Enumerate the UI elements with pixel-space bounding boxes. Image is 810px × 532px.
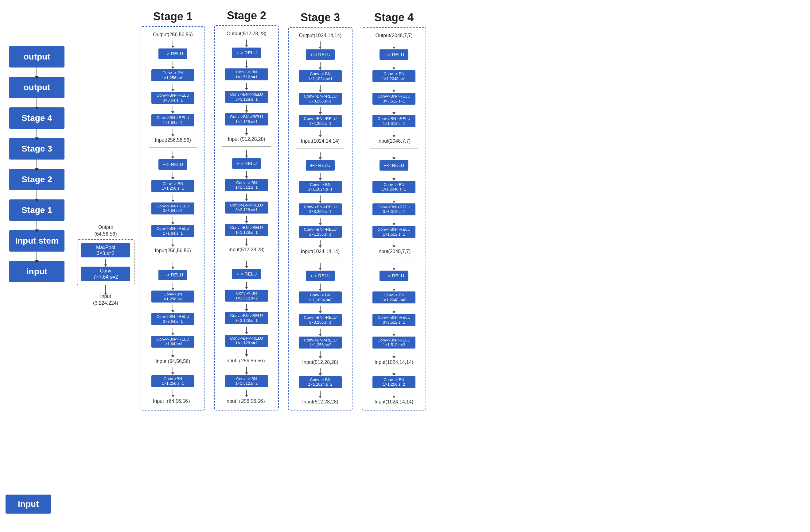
s2-conv-bn-relu-3c: Conv->BN->RELU1×1,128,s=1	[225, 113, 268, 125]
s2-arr	[246, 61, 247, 66]
s1-base-input: Input（64,56,56）	[153, 398, 193, 405]
s3-arr	[320, 368, 321, 374]
s3-conv-bn-relu-1b: Conv->BN->RELU3×3,256,s=1	[299, 314, 342, 326]
s2-conv-bn-relu-3b: Conv->BN->RELU3×3,128,s=1	[225, 91, 268, 103]
stem-conv-block: Conv7×7,64,s=2	[81, 267, 130, 281]
s1-relu2: +-> RELU	[159, 159, 188, 170]
s4-conv-bn-3a: Conv -> BN1×1,2048,s=1	[372, 70, 416, 82]
s4-conv-bn-relu-3b: Conv->BN->RELU3×3,512,s=1	[372, 93, 416, 105]
s2-arr	[246, 194, 247, 199]
s3-arr	[320, 62, 321, 68]
s2-arr	[246, 261, 247, 266]
s4-arr	[394, 390, 394, 396]
s1-arr	[173, 389, 173, 395]
s2-in1-label: Input（256,56,56）	[225, 358, 268, 364]
s3-conv-bn-relu-1c: Conv->BN->RELU1×1,256,s=2	[299, 336, 342, 349]
s4-relu2: +-> RELU	[379, 160, 409, 170]
stem-output-label: Output	[98, 225, 113, 230]
stage2-box: Output(512,28,28) +-> RELU Conv -> BN1×1…	[214, 25, 279, 411]
s4-arr	[394, 283, 394, 289]
s3-in3-label: Input(1024,14,14)	[301, 138, 340, 144]
s4-out-label: Output(2048,7,7)	[375, 33, 413, 38]
s1-arr	[173, 239, 173, 245]
s4-conv-bn-relu-2c: Conv->BN->RELU1×1,512,s=1	[372, 226, 416, 238]
stage4-wrapper: Stage 4 Output(2048,7,7) +-> RELU Conv -…	[362, 11, 426, 411]
s4-arr	[394, 329, 394, 334]
s1-conv-bn-relu-1b: Conv->BN->RELU3×3,64,s=1	[151, 313, 194, 325]
s3-arr	[320, 85, 321, 90]
s2-relu1: +-> RELU	[232, 269, 261, 279]
s3-arr	[320, 329, 321, 334]
s3-conv-bn-1a: Conv -> BN1×1,1024,s=2	[299, 292, 342, 303]
s3-arr	[320, 263, 321, 268]
s4-conv-bn-1a: Conv -> BN1×1,2048,s=2	[372, 292, 416, 303]
s3-conv-bn-relu-2c: Conv->BN->RELU1×1,256,s=1	[299, 226, 342, 238]
s3-proj-block: Conv -> BN1×1,1024,s=2	[299, 376, 342, 388]
s4-arr	[394, 107, 394, 113]
s4-arr	[394, 173, 394, 179]
s4-arr	[394, 196, 394, 201]
s3-conv-bn-2a: Conv -> BN1×1,1024,s=1	[299, 181, 342, 193]
s1-conv-bn-relu-3b: Conv->BN->RELU3×3,64,s=1	[151, 92, 194, 104]
s3-conv-bn-relu-3c: Conv->BN->RELU1×1,256,s=1	[299, 115, 342, 127]
stem-input-dims: (3,224,224)	[93, 300, 118, 306]
stage2-wrapper: Stage 2 Output(512,28,28) +-> RELU Conv …	[214, 9, 279, 411]
s2-arr	[246, 238, 247, 244]
arrow	[36, 252, 37, 261]
s2-in3-label: Input (512,28,28)	[228, 136, 265, 142]
s2-arr	[246, 282, 247, 287]
s2-conv-bn-relu-2b: Conv->BN->RELU3×3,128,s=1	[225, 202, 268, 214]
s1-in2-label: Input(256,56,56)	[155, 248, 191, 253]
s2-relu3: +-> RELU	[232, 48, 261, 58]
s1-arr	[173, 262, 173, 267]
s1-arr	[173, 151, 173, 157]
s2-arr	[246, 367, 247, 373]
s1-conv-bn-relu-2b: Conv->BN->RELU3×3,64,s=1	[151, 202, 194, 214]
s3-arr	[320, 240, 321, 246]
stem-maxpool-block: MaxPool3×3,s=2	[81, 243, 130, 257]
s3-arr	[320, 196, 321, 201]
s4-arr	[394, 218, 394, 223]
s2-arr	[246, 327, 247, 332]
s2-proj-block: Conv -> BN1×1,512,s=2	[225, 375, 268, 387]
stem-box: MaxPool3×3,s=2 Conv7×7,64,s=2	[77, 239, 134, 285]
arrow	[36, 129, 37, 138]
pipeline-input: input	[9, 261, 64, 282]
s4-conv-bn-2a: Conv -> BN1×1,2048,s=1	[372, 181, 416, 193]
s1-arr	[173, 367, 173, 373]
s3-conv-bn-relu-3b: Conv->BN->RELU3×3,256,s=1	[299, 93, 342, 105]
s3-relu3: +-> RELU	[306, 49, 335, 60]
s1-out-label: Output(256,56,56)	[153, 32, 193, 37]
s2-conv-bn-relu-1c: Conv->BN->RELU1×1,128,s=2	[225, 335, 268, 347]
s3-arr	[320, 283, 321, 289]
stage4-title: Stage 4	[374, 11, 414, 24]
pipeline-overview: output output Stage 4 Stage 3 Stage 2 St…	[6, 46, 67, 282]
s4-in1-label: Input(1024,14,14)	[375, 360, 413, 365]
s2-arr	[246, 39, 247, 45]
s1-conv-bn-relu-3c: Conv->BN->RELU1×1,64,s=1	[151, 114, 194, 126]
s1-arr	[173, 61, 173, 67]
s4-arr	[394, 85, 394, 90]
s4-arr	[394, 152, 394, 158]
s1-arr	[173, 129, 173, 134]
s1-arr	[173, 172, 173, 178]
s1-arr	[173, 195, 173, 200]
s3-in2-label: Input(1024,14,14)	[301, 249, 340, 254]
stage1-wrapper: Stage 1 Output(256,56,56) +-> RELU Conv …	[141, 10, 205, 411]
s4-arr	[394, 130, 394, 135]
s2-arr	[246, 128, 247, 133]
s3-out-label: Output(1024,14,14)	[299, 33, 342, 38]
s3-arr	[320, 390, 321, 396]
s2-out-label: Output(512,28,28)	[227, 31, 266, 36]
s1-arr	[173, 40, 173, 46]
stage1-box: Output(256,56,56) +-> RELU Conv -> BN1×1…	[141, 26, 205, 411]
s2-conv-bn-relu-2c: Conv->BN->RELU1×1,128,s=1	[225, 224, 268, 236]
stem-arrow1	[105, 259, 106, 265]
s2-conv-bn-1a: Conv -> BN1×1,512,s=2	[225, 289, 268, 302]
s2-in2-label: Input(512,28,28)	[228, 247, 264, 252]
s1-relu1: +-> RELU	[159, 270, 188, 280]
s2-relu2: +-> RELU	[232, 158, 261, 169]
main-container: output output Stage 4 Stage 3 Stage 2 St…	[0, 0, 810, 532]
s4-arr	[394, 240, 394, 246]
s1-arr	[173, 350, 173, 355]
